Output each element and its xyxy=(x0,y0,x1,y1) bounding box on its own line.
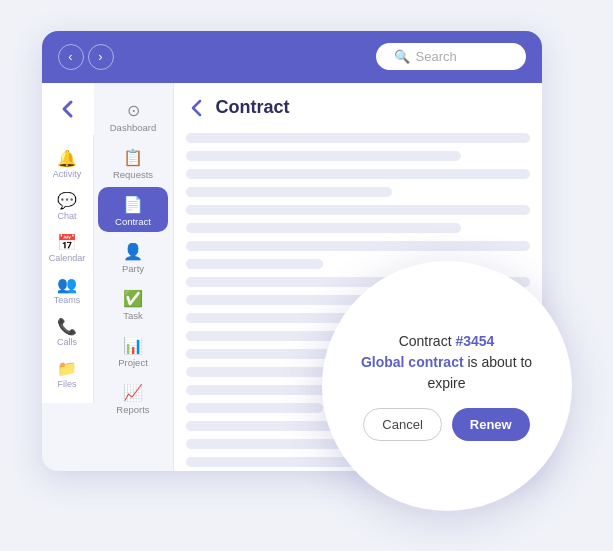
content-line-5 xyxy=(186,205,530,215)
calls-label: Calls xyxy=(57,337,77,347)
modal-dialog: Contract #3454 Global contract is about … xyxy=(322,261,572,511)
requests-label: Requests xyxy=(113,169,153,180)
rail-item-activity[interactable]: 🔔 Activity xyxy=(45,145,89,183)
modal-message: Contract #3454 Global contract is about … xyxy=(352,331,542,394)
sidebar-item-project[interactable]: 📊 Project xyxy=(98,328,168,373)
content-line-8 xyxy=(186,259,324,269)
top-bar: ‹ › 🔍 Search xyxy=(42,31,542,83)
task-label: Task xyxy=(123,310,143,321)
main-logo-icon xyxy=(186,97,208,119)
activity-label: Activity xyxy=(53,169,82,179)
contract-name: Global contract xyxy=(361,354,464,370)
rail-item-calls[interactable]: 📞 Calls xyxy=(45,313,89,351)
sidebar-item-requests[interactable]: 📋 Requests xyxy=(98,140,168,185)
forward-button[interactable]: › xyxy=(88,44,114,70)
rail-item-teams[interactable]: 👥 Teams xyxy=(45,271,89,309)
calls-icon: 📞 xyxy=(57,319,77,335)
modal-buttons: Cancel Renew xyxy=(363,408,529,441)
contract-icon: 📄 xyxy=(123,195,143,214)
sidebar-nav: ⊙ Dashboard 📋 Requests 📄 Contract 👤 Part… xyxy=(94,83,174,471)
reports-label: Reports xyxy=(116,404,149,415)
dashboard-icon: ⊙ xyxy=(127,101,140,120)
chat-label: Chat xyxy=(57,211,76,221)
sidebar-item-task[interactable]: ✅ Task xyxy=(98,281,168,326)
back-button[interactable]: ‹ xyxy=(58,44,84,70)
rail-item-chat[interactable]: 💬 Chat xyxy=(45,187,89,225)
content-line-4 xyxy=(186,187,392,197)
calendar-icon: 📅 xyxy=(57,235,77,251)
chat-icon: 💬 xyxy=(57,193,77,209)
requests-icon: 📋 xyxy=(123,148,143,167)
content-line-6 xyxy=(186,223,461,233)
logo-area xyxy=(42,83,94,135)
sidebar-item-party[interactable]: 👤 Party xyxy=(98,234,168,279)
scene: ‹ › 🔍 Search 🔔 Activity xyxy=(42,31,572,521)
activity-icon: 🔔 xyxy=(57,151,77,167)
page-title: Contract xyxy=(216,97,290,118)
nav-arrows: ‹ › xyxy=(58,44,114,70)
app-logo xyxy=(57,98,79,120)
contract-label: Contract xyxy=(115,216,151,227)
content-line-7 xyxy=(186,241,530,251)
modal-text-prefix: Contract xyxy=(399,333,456,349)
renew-button[interactable]: Renew xyxy=(452,408,530,441)
content-line-1 xyxy=(186,133,530,143)
party-label: Party xyxy=(122,263,144,274)
calendar-label: Calendar xyxy=(49,253,86,263)
rail-item-calendar[interactable]: 📅 Calendar xyxy=(45,229,89,267)
dashboard-label: Dashboard xyxy=(110,122,156,133)
contract-number: #3454 xyxy=(455,333,494,349)
teams-label: Teams xyxy=(54,295,81,305)
reports-icon: 📈 xyxy=(123,383,143,402)
sidebar-item-dashboard[interactable]: ⊙ Dashboard xyxy=(98,93,168,138)
main-header: Contract xyxy=(186,97,530,119)
search-placeholder: Search xyxy=(416,49,457,64)
rail-item-files[interactable]: 📁 Files xyxy=(45,355,89,393)
icon-rail: 🔔 Activity 💬 Chat 📅 Calendar 👥 Teams xyxy=(42,135,94,403)
content-line-2 xyxy=(186,151,461,161)
task-icon: ✅ xyxy=(123,289,143,308)
files-icon: 📁 xyxy=(57,361,77,377)
sidebar-item-contract[interactable]: 📄 Contract xyxy=(98,187,168,232)
project-label: Project xyxy=(118,357,148,368)
files-label: Files xyxy=(57,379,76,389)
content-line-3 xyxy=(186,169,530,179)
content-line-16 xyxy=(186,403,324,413)
party-icon: 👤 xyxy=(123,242,143,261)
project-icon: 📊 xyxy=(123,336,143,355)
sidebar-item-reports[interactable]: 📈 Reports xyxy=(98,375,168,420)
cancel-button[interactable]: Cancel xyxy=(363,408,441,441)
teams-icon: 👥 xyxy=(57,277,77,293)
search-bar[interactable]: 🔍 Search xyxy=(376,43,526,70)
search-icon: 🔍 xyxy=(394,49,410,64)
